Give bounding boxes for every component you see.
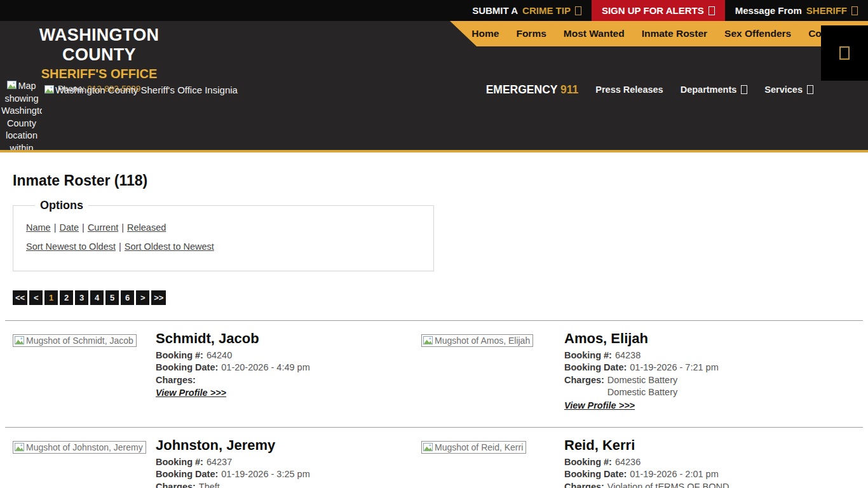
filter-link-name[interactable]: Name xyxy=(26,222,51,233)
charges-label: Charges: xyxy=(156,481,196,488)
submit-crime-tip-link[interactable]: SUBMIT A CRIME TIP xyxy=(462,0,592,21)
message-from-sheriff-link[interactable]: Message From SHERIFF xyxy=(725,0,868,21)
filter-links-row: Name|Date|Current|Released xyxy=(26,222,421,233)
view-profile-link[interactable]: View Profile >>> xyxy=(156,387,226,400)
mugshot-cell: Mugshot of Reid, Kerri xyxy=(421,439,564,455)
booking-number-value: 64238 xyxy=(615,350,641,360)
charge-item: Domestic Battery xyxy=(607,374,677,387)
page-last-button[interactable]: >> xyxy=(151,290,166,305)
page-first-button[interactable]: << xyxy=(13,290,27,305)
separator: | xyxy=(79,222,88,233)
charges-row: Charges: xyxy=(156,374,310,387)
sort-links-row: Sort Newest to Oldest|Sort Oldest to New… xyxy=(26,241,421,252)
nav-item-forms[interactable]: Forms xyxy=(516,28,546,39)
page-next-button[interactable]: > xyxy=(136,290,149,305)
page-prev-button[interactable]: < xyxy=(29,290,43,305)
page-4-button[interactable]: 4 xyxy=(90,290,104,305)
booking-number-label: Booking #: xyxy=(156,350,203,360)
options-panel: Options Name|Date|Current|Released Sort … xyxy=(13,199,434,271)
submit-crime-tip-prefix: SUBMIT A xyxy=(472,5,518,16)
departments-dropdown-missing-glyph-icon xyxy=(741,85,747,94)
menu-press-releases[interactable]: Press Releases xyxy=(595,85,663,95)
mugshot-cell: Mugshot of Amos, Elijah xyxy=(421,332,564,348)
alerts-label: SIGN UP FOR ALERTS xyxy=(602,5,704,16)
booking-number-row: Booking #:64238 xyxy=(564,349,719,362)
mugshot-alt-text: Mugshot of Johnston, Jeremy xyxy=(26,442,143,452)
message-prefix: Message From xyxy=(735,5,802,16)
pagination: << < 1 2 3 4 5 6 > >> xyxy=(13,290,868,305)
search-button[interactable] xyxy=(821,25,868,81)
county-map-broken-image: Map showing Washington County location w… xyxy=(1,80,42,152)
broken-image-icon xyxy=(15,336,24,346)
nav-item-inmate-roster[interactable]: Inmate Roster xyxy=(642,28,707,39)
filter-link-current[interactable]: Current xyxy=(88,222,118,233)
menu-departments[interactable]: Departments xyxy=(681,85,748,95)
mugshot-broken-image[interactable]: Mugshot of Schmidt, Jacob xyxy=(13,334,137,347)
charge-item: Violation of tERMS OF BOND xyxy=(607,481,729,488)
booking-date-row: Booking Date:01-19-2026 - 7:21 pm xyxy=(564,362,719,374)
insignia-alt-text: Washington County Sheriff's Office Insig… xyxy=(55,85,238,95)
inmate-card-reid-kerri: Mugshot of Reid, Kerri Reid, Kerri Booki… xyxy=(421,439,868,488)
services-label: Services xyxy=(764,85,803,95)
nav-item-sex-offenders[interactable]: Sex Offenders xyxy=(724,28,791,39)
booking-number-value: 64240 xyxy=(207,350,232,360)
booking-number-label: Booking #: xyxy=(156,457,203,467)
options-legend: Options xyxy=(35,199,88,212)
inmate-card-johnston-jeremy: Mugshot of Johnston, Jeremy Johnston, Je… xyxy=(0,439,421,488)
page-6-button[interactable]: 6 xyxy=(121,290,134,305)
booking-date-label: Booking Date: xyxy=(564,362,627,372)
mugshot-broken-image[interactable]: Mugshot of Reid, Kerri xyxy=(421,441,526,454)
booking-date-value: 01-19-2026 - 7:21 pm xyxy=(630,362,718,372)
mugshot-broken-image[interactable]: Mugshot of Amos, Elijah xyxy=(421,334,533,347)
message-highlight: SHERIFF xyxy=(806,5,847,16)
page-5-button[interactable]: 5 xyxy=(105,290,119,305)
filter-link-date[interactable]: Date xyxy=(59,222,79,233)
secondary-menu-row: EMERGENCY 911 Press Releases Departments… xyxy=(486,80,813,99)
booking-number-row: Booking #:64237 xyxy=(156,456,310,469)
county-map-alt-text: Map showing Washington County location w… xyxy=(1,81,42,152)
broken-image-icon xyxy=(15,443,24,452)
separator: | xyxy=(118,222,127,233)
mugshot-broken-image[interactable]: Mugshot of Johnston, Jeremy xyxy=(13,441,146,454)
booking-number-label: Booking #: xyxy=(564,350,612,360)
inmate-details: Reid, Kerri Booking #:64236 Booking Date… xyxy=(564,439,729,488)
filter-link-released[interactable]: Released xyxy=(127,222,166,233)
page-3-button[interactable]: 3 xyxy=(75,290,88,305)
booking-date-value: 01-19-2026 - 2:01 pm xyxy=(630,469,718,479)
charges-row: Charges:Theft xyxy=(156,481,310,488)
inmate-name: Reid, Kerri xyxy=(564,439,729,452)
mugshot-alt-text: Mugshot of Amos, Elijah xyxy=(435,336,530,346)
booking-number-row: Booking #:64236 xyxy=(564,456,729,469)
mugshot-cell: Mugshot of Johnston, Jeremy xyxy=(13,439,156,455)
view-profile-link[interactable]: View Profile >>> xyxy=(564,400,635,412)
page-2-button[interactable]: 2 xyxy=(60,290,73,305)
nav-item-most-wanted[interactable]: Most Wanted xyxy=(564,28,625,39)
booking-number-value: 64237 xyxy=(207,457,232,467)
mugshot-cell: Mugshot of Schmidt, Jacob xyxy=(13,332,156,348)
charges-values: Theft xyxy=(199,481,220,488)
inmate-card-amos-elijah: Mugshot of Amos, Elijah Amos, Elijah Boo… xyxy=(421,332,868,412)
booking-number-row: Booking #:64240 xyxy=(156,349,310,362)
menu-services[interactable]: Services xyxy=(764,85,813,95)
sign-up-for-alerts-button[interactable]: SIGN UP FOR ALERTS xyxy=(592,0,725,21)
sort-link-oldest[interactable]: Sort Oldest to Newest xyxy=(125,241,214,252)
broken-image-icon xyxy=(423,336,433,346)
charges-label: Charges: xyxy=(564,481,604,488)
booking-date-label: Booking Date: xyxy=(156,362,218,372)
inmate-name: Schmidt, Jacob xyxy=(156,332,310,345)
alerts-missing-glyph-icon xyxy=(709,6,715,15)
page-1-button[interactable]: 1 xyxy=(44,290,58,305)
sort-link-newest[interactable]: Sort Newest to Oldest xyxy=(26,241,116,252)
nav-item-home[interactable]: Home xyxy=(471,28,499,39)
booking-date-label: Booking Date: xyxy=(156,469,218,479)
charges-row: Charges:Domestic BatteryDomestic Battery xyxy=(564,374,719,399)
broken-image-icon xyxy=(44,85,54,95)
booking-date-value: 01-19-2026 - 3:25 pm xyxy=(221,469,309,479)
booking-date-label: Booking Date: xyxy=(564,469,627,479)
crime-tip-missing-glyph-icon xyxy=(575,6,581,15)
sheriff-missing-glyph-icon xyxy=(851,6,858,15)
inmate-details: Johnston, Jeremy Booking #:64237 Booking… xyxy=(156,439,310,488)
charges-row: Charges:Violation of tERMS OF BOND xyxy=(564,481,729,488)
booking-number-value: 64236 xyxy=(615,457,641,467)
mugshot-alt-text: Mugshot of Schmidt, Jacob xyxy=(26,336,133,346)
